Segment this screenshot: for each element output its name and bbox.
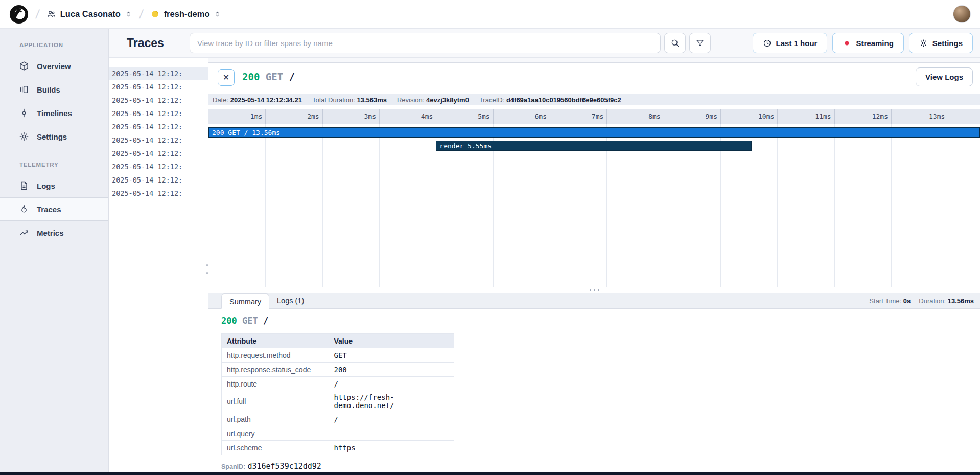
waterfall-resize-handle[interactable] [208,287,980,293]
sidebar-item-logs[interactable]: Logs [0,174,108,197]
trace-list-item[interactable]: 2025-05-14 12:12: [109,120,208,133]
breadcrumb-separator: / [138,7,144,21]
trace-list-item[interactable]: 2025-05-14 12:12: [109,160,208,173]
deno-logo-icon[interactable] [9,5,29,24]
table-row: url.path/ [222,412,454,426]
sidebar-item-label: Logs [37,182,55,190]
trace-list-item[interactable]: 2025-05-14 12:12: [109,67,208,80]
span-timing: Start Time: 0sDuration: 13.56ms [869,293,980,308]
meta-revision-: Revision: 4evzj3k8ytm0 [397,96,469,104]
columns-icon [19,84,29,95]
streaming-dot-icon [843,39,851,48]
attribute-name: url.path [222,412,329,426]
waterfall-time-axis: 1ms2ms3ms4ms5ms6ms7ms8ms9ms10ms11ms12ms1… [208,109,980,124]
attribute-value: / [329,377,454,391]
table-row: http.request.methodGET [222,348,454,363]
trace-list: 2025-05-14 12:12:2025-05-14 12:12:2025-0… [109,58,208,472]
trace-list-item[interactable]: 2025-05-14 12:12: [109,133,208,147]
settings-button[interactable]: Settings [909,33,973,53]
window-footer-bar [0,472,980,475]
table-row: http.response.status_code200 [222,363,454,377]
axis-gridline [606,109,607,124]
flame-icon [19,204,29,214]
sidebar-item-builds[interactable]: Builds [0,78,108,101]
user-avatar[interactable] [953,5,971,23]
trace-list-item[interactable]: 2025-05-14 12:12: [109,94,208,107]
attribute-value: 200 [329,363,454,377]
axis-gridline [891,109,892,124]
axis-gridline [834,124,835,287]
attribute-name: url.scheme [222,441,329,455]
sidebar-item-overview[interactable]: Overview [0,54,108,78]
http-method: GET [266,71,283,82]
axis-gridline [777,109,778,124]
tab-summary[interactable]: Summary [221,293,269,309]
table-row: http.route/ [222,377,454,391]
sidebar-item-label: Builds [37,85,60,94]
trace-list-item[interactable]: 2025-05-14 12:12: [109,80,208,94]
page-title: Traces [127,36,164,50]
attribute-name: url.full [222,391,329,412]
tab-logs-1-[interactable]: Logs (1) [269,293,312,308]
breadcrumb-team[interactable]: Luca Casonato [46,9,132,19]
trace-detail-panel: ✕ 200 GET / View Logs Date: 2025-05-14 1… [208,62,980,472]
axis-gridline [379,109,380,124]
span-id-row: SpanID: d316ef539c12dd92 [221,462,980,471]
sidebar: APPLICATIONOverviewBuildsTimelinesSettin… [0,29,109,472]
axis-gridline [265,124,266,287]
span-bar-child[interactable]: render 5.55ms [436,141,752,151]
sidebar-item-settings[interactable]: Settings [0,125,108,148]
gear-icon [19,131,29,142]
sidebar-item-timelines[interactable]: Timelines [0,101,108,125]
axis-gridline [322,109,323,124]
detail-tab-bar: SummaryLogs (1) Start Time: 0sDuration: … [208,293,980,309]
panel-resize-handle[interactable] [205,260,208,278]
sidebar-item-label: Overview [37,62,71,71]
axis-tick-label: 13ms [914,109,945,124]
axis-tick-label: 3ms [345,109,376,124]
button-label: Last 1 hour [776,39,818,48]
sidebar-item-label: Settings [37,132,67,141]
request-path: / [263,315,268,326]
trace-list-item[interactable]: 2025-05-14 12:12: [109,147,208,160]
timing-duration-: Duration: 13.56ms [919,297,974,305]
attribute-name: http.request.method [222,348,329,363]
sidebar-item-traces[interactable]: Traces [0,197,108,221]
axis-gridline [777,124,778,287]
axis-gridline [265,109,266,124]
search-button[interactable] [664,33,686,53]
span-id-label: SpanID: [221,463,245,470]
trace-search-input[interactable] [190,33,661,53]
clock-icon [763,39,772,48]
filter-icon [695,38,705,48]
axis-gridline [493,109,494,124]
attribute-value: https://fresh-demo.deno.net/ [329,391,454,412]
span-bar-root[interactable]: 200 GET / 13.56ms [208,127,980,138]
axis-gridline [891,124,892,287]
trace-list-item[interactable]: 2025-05-14 12:12: [109,187,208,200]
attribute-value: GET [329,348,454,363]
meta-total-duration-: Total Duration: 13.563ms [312,96,387,104]
commit-icon [19,108,29,118]
filter-button[interactable] [689,33,711,53]
axis-tick-label: 12ms [857,109,888,124]
axis-tick-label: 10ms [743,109,774,124]
sidebar-item-metrics[interactable]: Metrics [0,221,108,244]
trace-list-item[interactable]: 2025-05-14 12:12: [109,107,208,120]
chevron-updown-icon [125,10,132,18]
cube-icon [19,61,29,71]
http-method: GET [242,315,258,326]
view-logs-button[interactable]: View Logs [916,67,973,86]
breadcrumb-project[interactable]: fresh-demo [150,9,222,19]
gear-icon [919,39,928,48]
axis-gridline [379,124,380,287]
streaming-button[interactable]: Streaming [832,33,903,53]
attribute-name: http.response.status_code [222,363,329,377]
breadcrumb-separator: / [35,7,40,21]
close-trace-button[interactable]: ✕ [218,69,235,86]
trace-list-item[interactable]: 2025-05-14 12:12: [109,173,208,187]
axis-gridline [664,109,664,124]
last-1-hour-button[interactable]: Last 1 hour [753,33,828,53]
team-name: Luca Casonato [60,9,121,19]
sidebar-section-label: TELEMETRY [0,148,108,174]
